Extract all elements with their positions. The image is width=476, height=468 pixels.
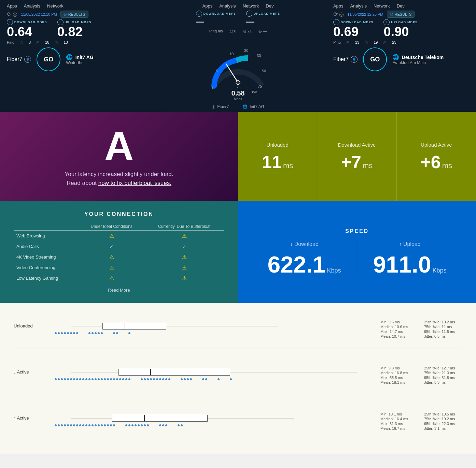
dot-2-28 [141, 424, 143, 426]
boxplot-1 [55, 369, 374, 376]
stat-data-item-2-1: 25th %ile: 13.5 ms [424, 412, 462, 416]
connection-ideal-4: ⚠ [79, 273, 144, 283]
dot-2-15 [101, 424, 103, 426]
latency-download-value: +7ms [341, 153, 373, 171]
nav-apps-center[interactable]: Apps [202, 3, 213, 9]
boxplot-2 [55, 415, 374, 422]
nav-dev-right[interactable]: Dev [397, 3, 405, 9]
nav-network-right[interactable]: Network [374, 3, 390, 9]
dot-2-30 [147, 424, 149, 426]
gauge-value-text: 0.58 [232, 89, 245, 97]
right-top-row: ⟳ ◎ 11/05/2022 12:20 PM ◎ RESULTS [333, 11, 469, 18]
left-download-metric: ↓ DOWNLOAD Mbps 0.64 [7, 19, 47, 38]
dot-2-6 [73, 424, 75, 426]
right-results-badge[interactable]: ◎ RESULTS [387, 11, 415, 18]
stat-data-item-0-1: 25th %ile: 10.2 ms [424, 320, 462, 324]
nav-apps-right[interactable]: Apps [333, 3, 344, 9]
svg-point-9 [236, 81, 240, 85]
connection-row-3: Video Conferencing⚠⚠ [14, 262, 224, 273]
dot-1-35 [162, 378, 164, 380]
stat-label-1: ↓ Active [14, 359, 48, 375]
left-timestamp: 11/05/2022 12:10 PM [21, 12, 57, 16]
stat-data-item-0-3: 75th %ile: 11 ms [424, 325, 462, 329]
dot-1-1 [58, 378, 60, 380]
dot-2-16 [104, 424, 106, 426]
stat-data-item-1-2: Median: 16.8 ms [380, 371, 419, 375]
left-download-value: 0.64 [7, 25, 47, 38]
connection-ideal-0: ⚠ [79, 231, 144, 242]
dot-1-37 [168, 378, 170, 380]
stats-section: UnloadedMin: 9.5 ms25th %ile: 10.2 msMed… [0, 303, 476, 454]
server-loc-right: Frankfurt Am Main [392, 60, 426, 65]
right-bottom-row: Fiber7 👤 GO 🌐 Deutsche Telekom Frankfurt… [333, 47, 469, 71]
dot-2-27 [138, 424, 140, 426]
dots-row-0 [55, 332, 374, 334]
left-ping-row: Ping ◎ 8 ◎ 18 ◎ 13 [7, 40, 143, 45]
dot-1-11 [88, 378, 90, 380]
go-button-right[interactable]: GO [363, 47, 387, 71]
nav-network-left[interactable]: Network [47, 3, 64, 9]
right-download-value: 0.69 [333, 25, 374, 38]
stat-data-1: Min: 9.8 ms25th %ile: 12.7 msMedian: 16.… [380, 359, 462, 384]
dot-2-17 [107, 424, 109, 426]
center-server1: ◎ Fiber7 [212, 104, 229, 109]
dot-2-18 [110, 424, 112, 426]
stat-data-item-2-5: 95th %ile: 22.3 ms [424, 422, 462, 426]
nav-network-center[interactable]: Network [243, 3, 259, 9]
left-results-badge[interactable]: ◎ RESULTS [60, 11, 88, 18]
connection-current-1: ✓ [144, 241, 224, 252]
center-server2: 🌐 Init7 AG [242, 104, 264, 109]
stat1-right: 13 [355, 40, 359, 45]
dot-1-43 [187, 378, 189, 380]
stat-data-0: Min: 9.5 ms25th %ile: 10.2 msMedian: 10.… [380, 313, 462, 338]
nav-analysis-center[interactable]: Analysis [219, 3, 236, 9]
dot-0-19 [113, 332, 115, 334]
dot-2-34 [159, 424, 161, 426]
isp-label-right: Fiber7 [333, 56, 349, 62]
stat-label-0: Unloaded [14, 313, 48, 328]
stat-data-item-2-0: Min: 10.1 ms [380, 412, 419, 416]
go-button-left[interactable]: GO [37, 47, 60, 71]
server-name-left: Init7 AG [75, 55, 94, 60]
warning-icon: ⚠ [182, 233, 187, 239]
nav-dev-center[interactable]: Dev [266, 3, 274, 9]
dot-1-13 [95, 378, 97, 380]
nav-analysis-right[interactable]: Analysis [350, 3, 367, 9]
stat-data-item-2-6: Mean: 16.7 ms [380, 426, 419, 430]
connection-current-4: ⚠ [144, 273, 224, 283]
dot-0-3 [64, 332, 66, 334]
center-isp-name: Fiber7 [217, 104, 229, 109]
dot-2-29 [144, 424, 146, 426]
right-server-info: 🌐 Deutsche Telekom Frankfurt Am Main [392, 54, 444, 65]
dot-1-7 [76, 378, 78, 380]
connection-activity-1: Audio Calls [14, 241, 79, 252]
svg-text:50: 50 [262, 69, 266, 73]
dot-1-4 [67, 378, 69, 380]
nav-apps-left[interactable]: Apps [7, 3, 17, 9]
dot-2-7 [76, 424, 78, 426]
center-nav[interactable]: Apps Analysis Network Dev [202, 3, 274, 9]
dot-1-20 [116, 378, 118, 380]
svg-text:100: 100 [252, 90, 257, 93]
dot-2-40 [178, 424, 180, 426]
stat-data-item-0-4: Max: 14.7 ms [380, 330, 419, 334]
nav-analysis-left[interactable]: Analysis [24, 3, 40, 9]
bufferbloat-link[interactable]: how to fix bufferbloat issues. [98, 180, 171, 186]
dot-1-0 [55, 378, 57, 380]
dot-1-34 [159, 378, 161, 380]
latency-unloaded-label: Unloaded [267, 142, 289, 148]
right-isp: Fiber7 👤 [333, 56, 358, 63]
stat2-right: 19 [374, 40, 378, 45]
main-content: A Your latency increased slightly under … [0, 112, 476, 454]
dot-2-3 [64, 424, 66, 426]
stat-data-2: Min: 10.1 ms25th %ile: 13.5 msMedian: 16… [380, 405, 462, 430]
right-nav[interactable]: Apps Analysis Network Dev [333, 3, 469, 9]
dot-1-31 [150, 378, 152, 380]
read-more-link[interactable]: Read More [14, 288, 224, 293]
svg-text:1: 1 [211, 86, 213, 90]
connection-row-1: Audio Calls✓✓ [14, 241, 224, 252]
four-panels: A Your latency increased slightly under … [0, 112, 476, 303]
dot-2-26 [135, 424, 137, 426]
left-nav[interactable]: Apps Analysis Network [7, 3, 143, 9]
left-isp: Fiber7 👤 [7, 56, 31, 63]
